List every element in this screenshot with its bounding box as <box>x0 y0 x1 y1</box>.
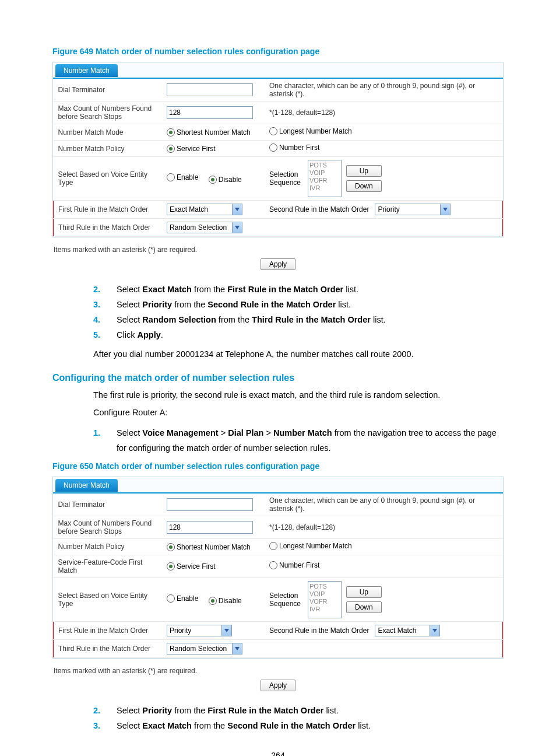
dial-terminator-label: Dial Terminator <box>54 79 163 102</box>
third-rule-label: Third Rule in the Match Order <box>54 639 163 657</box>
dial-terminator-input[interactable] <box>167 498 253 511</box>
step-number: 5. <box>93 327 100 342</box>
list-item: 2.Select Priority from the First Rule in… <box>93 703 504 718</box>
chevron-down-icon <box>232 643 242 654</box>
max-count-hint: *(1-128, default=128) <box>265 102 503 124</box>
tab-number-match[interactable]: Number Match <box>55 64 118 77</box>
service-first-radio[interactable]: Service First <box>167 562 216 570</box>
disable-label: Disable <box>219 176 242 184</box>
figure-649-title: Figure 649 Match order of number selecti… <box>52 47 504 56</box>
enable-label: Enable <box>177 594 198 603</box>
first-rule-value: Exact Match <box>167 205 210 214</box>
section-intro: The first rule is priority, the second r… <box>93 389 504 402</box>
tab-number-match[interactable]: Number Match <box>55 479 118 492</box>
step-text: Select Priority from the Second Rule in … <box>117 300 351 309</box>
list-item: 5.Click Apply. <box>93 327 504 342</box>
longest-label: Longest Number Match <box>279 127 352 135</box>
down-button[interactable]: Down <box>346 180 382 192</box>
disable-radio[interactable]: Disable <box>209 597 242 605</box>
radio-icon <box>269 561 277 569</box>
chevron-down-icon <box>232 222 242 233</box>
step-number: 1. <box>93 425 100 440</box>
second-rule-dropdown[interactable]: Exact Match <box>375 625 440 636</box>
seq-label: Selection Sequence <box>269 592 303 608</box>
up-button[interactable]: Up <box>346 586 382 598</box>
disable-radio[interactable]: Disable <box>209 176 242 184</box>
text: Select <box>117 428 142 438</box>
longest-radio[interactable]: Longest Number Match <box>269 542 352 550</box>
apply-button[interactable]: Apply <box>261 258 295 270</box>
steps-list-1: 2.Select Exact Match from the First Rule… <box>93 282 504 342</box>
match-policy-label: Number Match Policy <box>54 141 163 157</box>
enable-label: Enable <box>177 173 198 181</box>
page-number: 264 <box>52 751 504 756</box>
step-text: Select Exact Match from the First Rule i… <box>117 285 358 294</box>
dial-terminator-label: Dial Terminator <box>54 494 163 516</box>
list-item: 3.Select Priority from the Second Rule i… <box>93 297 504 312</box>
sequence-listbox[interactable]: POTS VOIP VOFR IVR <box>308 581 342 618</box>
third-rule-dropdown[interactable]: Random Selection <box>167 222 242 233</box>
enable-radio[interactable]: Enable <box>167 173 198 181</box>
number-first-radio[interactable]: Number First <box>269 144 319 152</box>
dial-terminator-hint: One character, which can be any of 0 thr… <box>265 494 503 516</box>
longest-label: Longest Number Match <box>279 542 352 550</box>
text: Number Match <box>273 428 332 438</box>
apply-button[interactable]: Apply <box>261 680 295 691</box>
shortest-radio[interactable]: Shortest Number Match <box>167 128 251 136</box>
second-rule-label: Second Rule in the Match Order <box>269 626 369 635</box>
number-first-label: Number First <box>279 561 319 569</box>
service-first-label: Service First <box>177 145 216 153</box>
entity-type-label: Select Based on Voice Entity Type <box>54 157 163 201</box>
text: Voice Management <box>142 428 218 438</box>
service-first-radio[interactable]: Service First <box>167 145 216 153</box>
second-rule-label: Second Rule in the Match Order <box>269 205 369 214</box>
enable-radio[interactable]: Enable <box>167 594 198 603</box>
step-number: 3. <box>93 718 100 733</box>
second-rule-value: Priority <box>375 205 402 214</box>
radio-icon <box>167 145 175 153</box>
entity-type-label: Select Based on Voice Entity Type <box>54 578 163 621</box>
first-rule-label: First Rule in the Match Order <box>54 621 163 639</box>
tab-row: Number Match <box>53 62 503 79</box>
after-dial-text: After you dial number 20001234 at Teleph… <box>93 348 504 361</box>
required-note: Items marked with an asterisk (*) are re… <box>54 667 504 675</box>
step-text: Click Apply. <box>117 330 163 340</box>
max-count-label: Max Count of Numbers Found before Search… <box>54 102 163 124</box>
dial-terminator-input[interactable] <box>167 83 253 96</box>
second-rule-dropdown[interactable]: Priority <box>375 204 451 215</box>
third-rule-label: Third Rule in the Match Order <box>54 219 163 237</box>
down-button[interactable]: Down <box>346 601 382 613</box>
sequence-listbox[interactable]: POTS VOIP VOFR IVR <box>308 160 342 197</box>
radio-icon <box>269 542 277 550</box>
max-count-input[interactable] <box>167 106 253 119</box>
step-text: Select Random Selection from the Third R… <box>117 315 386 324</box>
match-mode-label: Number Match Mode <box>54 124 163 141</box>
step-number: 2. <box>93 282 100 297</box>
steps-list-2: 2.Select Priority from the First Rule in… <box>93 703 504 733</box>
radio-icon <box>167 173 175 181</box>
max-count-label: Max Count of Numbers Found before Search… <box>54 516 163 538</box>
radio-icon <box>209 597 217 605</box>
radio-icon <box>269 144 277 152</box>
first-rule-dropdown[interactable]: Exact Match <box>167 204 242 215</box>
match-policy-label: Number Match Policy <box>54 538 163 555</box>
third-rule-dropdown[interactable]: Random Selection <box>167 643 242 654</box>
section-title: Configuring the match order of number se… <box>52 373 504 383</box>
first-rule-dropdown[interactable]: Priority <box>167 625 232 636</box>
chevron-down-icon <box>430 625 439 636</box>
chevron-down-icon <box>232 204 242 215</box>
up-button[interactable]: Up <box>346 165 382 177</box>
longest-radio[interactable]: Longest Number Match <box>269 127 352 135</box>
disable-label: Disable <box>219 597 242 605</box>
number-first-radio[interactable]: Number First <box>269 561 319 569</box>
service-first-label: Service First <box>177 562 216 570</box>
seq-label: Selection Sequence <box>269 170 303 187</box>
shortest-radio[interactable]: Shortest Number Match <box>167 543 251 551</box>
figure-649-panel: Number Match Dial Terminator One charact… <box>52 62 504 237</box>
text: Dial Plan <box>228 428 263 438</box>
radio-icon <box>167 128 175 136</box>
first-rule-label: First Rule in the Match Order <box>54 201 163 219</box>
figure-650-title: Figure 650 Match order of number selecti… <box>52 461 504 471</box>
max-count-input[interactable] <box>167 521 253 534</box>
required-note: Items marked with an asterisk (*) are re… <box>54 246 504 254</box>
